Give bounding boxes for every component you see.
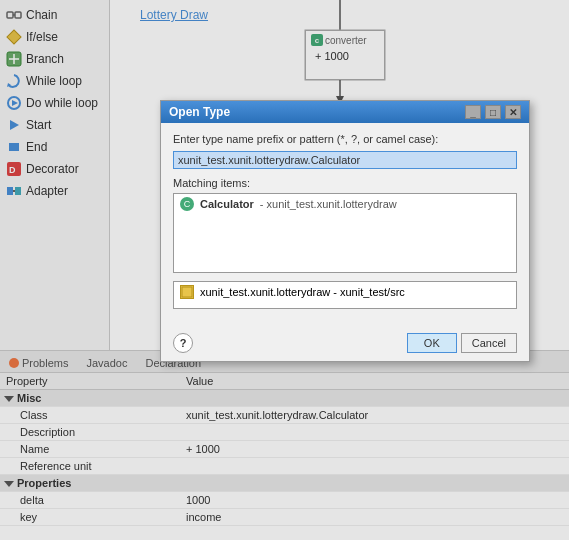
dialog-minimize-button[interactable]: _	[465, 105, 481, 119]
calculator-icon: C	[180, 197, 194, 211]
match-package: - xunit_test.xunit.lotterydraw	[260, 198, 397, 210]
dialog-titlebar: Open Type _ □ ✕	[161, 101, 529, 123]
dialog-title: Open Type	[169, 105, 230, 119]
dialog-body: Enter type name prefix or pattern (*, ?,…	[161, 123, 529, 329]
cancel-button[interactable]: Cancel	[461, 333, 517, 353]
source-item[interactable]: xunit_test.xunit.lotterydraw - xunit_tes…	[174, 282, 516, 302]
open-type-dialog: Open Type _ □ ✕ Enter type name prefix o…	[160, 100, 530, 362]
dialog-close-button[interactable]: ✕	[505, 105, 521, 119]
source-list: xunit_test.xunit.lotterydraw - xunit_tes…	[173, 281, 517, 309]
matching-list: C Calculator - xunit_test.xunit.lotteryd…	[173, 193, 517, 273]
help-button[interactable]: ?	[173, 333, 193, 353]
type-name-input[interactable]	[173, 151, 517, 169]
dialog-titlebar-icons: _ □ ✕	[465, 105, 521, 119]
svg-rect-24	[182, 287, 192, 297]
source-icon	[180, 285, 194, 299]
dialog-footer: ? OK Cancel	[161, 329, 529, 361]
matching-items-label: Matching items:	[173, 177, 517, 189]
dialog-action-buttons: OK Cancel	[407, 333, 517, 353]
match-name: Calculator	[200, 198, 254, 210]
matching-item-calculator[interactable]: C Calculator - xunit_test.xunit.lotteryd…	[174, 194, 516, 214]
dialog-instruction: Enter type name prefix or pattern (*, ?,…	[173, 133, 517, 145]
source-label: xunit_test.xunit.lotterydraw - xunit_tes…	[200, 286, 405, 298]
dialog-overlay: Open Type _ □ ✕ Enter type name prefix o…	[0, 0, 569, 540]
dialog-maximize-button[interactable]: □	[485, 105, 501, 119]
ok-button[interactable]: OK	[407, 333, 457, 353]
